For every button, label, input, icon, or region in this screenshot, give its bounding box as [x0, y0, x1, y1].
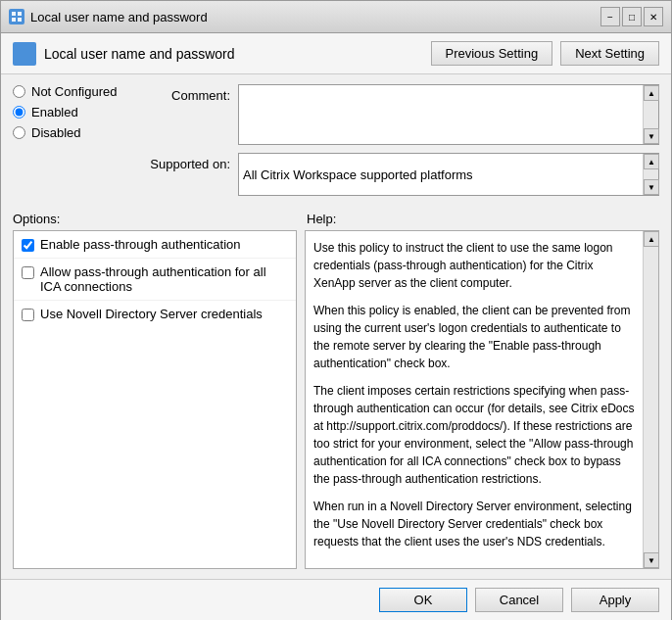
previous-setting-button[interactable]: Previous Setting	[431, 41, 553, 66]
radio-not-configured-input[interactable]	[13, 85, 25, 98]
header-buttons: Previous Setting Next Setting	[431, 41, 660, 66]
supported-input-area: All Citrix Workspace supported platforms…	[238, 153, 659, 196]
checkbox-2-label: Use Novell Directory Server credentials	[40, 307, 263, 321]
title-bar: Local user name and password − □ ✕	[1, 1, 671, 33]
svg-rect-1	[18, 12, 22, 16]
supported-label: Supported on:	[150, 153, 238, 171]
radio-group: Not Configured Enabled Disabled	[13, 84, 150, 140]
options-label: Options:	[13, 212, 60, 226]
close-button[interactable]: ✕	[644, 7, 663, 26]
window-title: Local user name and password	[30, 10, 208, 24]
window-icon	[9, 9, 24, 24]
help-scroll-down[interactable]: ▼	[644, 552, 659, 568]
comment-scrollbar: ▲ ▼	[643, 85, 658, 144]
checkbox-0-label: Enable pass-through authentication	[40, 237, 241, 252]
maximize-button[interactable]: □	[622, 7, 642, 26]
comment-box: ▲ ▼	[238, 84, 659, 145]
cancel-button[interactable]: Cancel	[475, 588, 563, 612]
ok-button[interactable]: OK	[379, 588, 467, 612]
supported-row: Supported on: All Citrix Workspace suppo…	[150, 153, 659, 196]
section-labels: Options: Help:	[13, 212, 659, 226]
supported-scroll-track	[644, 169, 658, 179]
main-window: Local user name and password − □ ✕ Local…	[0, 0, 672, 620]
help-panel-wrap: Use this policy to instruct the client t…	[305, 230, 659, 569]
radio-enabled-input[interactable]	[13, 106, 25, 119]
supported-scrollbar: ▲ ▼	[643, 154, 658, 195]
help-scroll-up[interactable]: ▲	[644, 231, 659, 247]
help-para-0: Use this policy to instruct the client t…	[313, 239, 635, 292]
radio-disabled[interactable]: Disabled	[13, 125, 150, 140]
help-label: Help:	[307, 212, 336, 226]
top-section: Not Configured Enabled Disabled Comment:	[13, 84, 659, 204]
svg-rect-0	[12, 12, 16, 16]
options-panel: Enable pass-through authentication Allow…	[13, 230, 297, 569]
radio-not-configured[interactable]: Not Configured	[13, 84, 150, 99]
svg-rect-2	[12, 18, 16, 22]
radio-not-configured-label: Not Configured	[31, 84, 117, 99]
title-bar-left: Local user name and password	[9, 9, 208, 24]
radio-disabled-label: Disabled	[31, 125, 81, 140]
comment-input-area: ▲ ▼	[238, 84, 659, 145]
form-area: Comment: ▲ ▼ Support	[150, 84, 659, 196]
svg-rect-3	[18, 18, 22, 22]
help-content: Use this policy to instruct the client t…	[306, 231, 643, 568]
help-scroll-track	[644, 247, 658, 552]
comment-textarea[interactable]	[239, 85, 643, 144]
title-controls: − □ ✕	[600, 7, 663, 26]
header-bar: Local user name and password Previous Se…	[1, 33, 671, 74]
comment-scroll-up[interactable]: ▲	[644, 85, 659, 101]
help-text: Use this policy to instruct the client t…	[313, 239, 635, 550]
radio-enabled[interactable]: Enabled	[13, 105, 150, 119]
options-label-wrap: Options:	[13, 212, 307, 226]
header-left: Local user name and password	[13, 42, 235, 66]
supported-value: All Citrix Workspace supported platforms	[239, 154, 643, 195]
minimize-button[interactable]: −	[600, 7, 620, 26]
help-para-3: When run in a Novell Directory Server en…	[313, 498, 635, 550]
checkbox-2-input[interactable]	[22, 309, 34, 321]
checkbox-0-input[interactable]	[22, 239, 34, 252]
comment-label: Comment:	[150, 84, 238, 103]
two-panel: Enable pass-through authentication Allow…	[13, 230, 659, 569]
comment-row: Comment: ▲ ▼	[150, 84, 659, 145]
checkbox-item-1[interactable]: Allow pass-through authentication for al…	[14, 259, 296, 301]
help-label-wrap: Help:	[307, 212, 659, 226]
radio-disabled-input[interactable]	[13, 126, 25, 139]
help-scrollbar: ▲ ▼	[643, 231, 658, 568]
header-icon	[13, 42, 36, 66]
help-para-1: When this policy is enabled, the client …	[313, 302, 635, 372]
help-panel: Use this policy to instruct the client t…	[305, 230, 659, 569]
main-content: Not Configured Enabled Disabled Comment:	[1, 74, 671, 579]
header-title: Local user name and password	[44, 46, 235, 62]
next-setting-button[interactable]: Next Setting	[560, 41, 659, 66]
footer-bar: OK Cancel Apply	[1, 579, 671, 620]
radio-enabled-label: Enabled	[31, 105, 78, 119]
supported-box: All Citrix Workspace supported platforms…	[238, 153, 659, 196]
checkbox-1-input[interactable]	[22, 266, 34, 279]
comment-scroll-track	[644, 101, 658, 128]
checkbox-item-2[interactable]: Use Novell Directory Server credentials	[14, 301, 296, 327]
comment-scroll-down[interactable]: ▼	[644, 128, 659, 144]
checkbox-item-0[interactable]: Enable pass-through authentication	[14, 231, 296, 259]
checkbox-1-label: Allow pass-through authentication for al…	[40, 264, 288, 294]
supported-scroll-down[interactable]: ▼	[644, 179, 659, 195]
supported-scroll-up[interactable]: ▲	[644, 154, 659, 169]
apply-button[interactable]: Apply	[571, 588, 659, 612]
help-para-2: The client imposes certain restrictions …	[313, 382, 635, 488]
